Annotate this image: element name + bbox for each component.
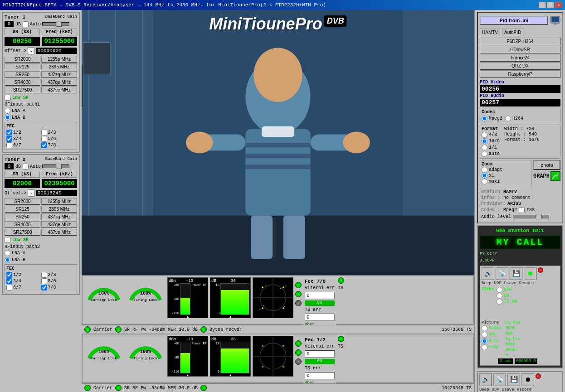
tuner2-fec-5-6-check[interactable] bbox=[41, 278, 47, 284]
tuner2-low-sr-check[interactable] bbox=[5, 237, 10, 243]
tuner1-fec-3-4-check[interactable] bbox=[6, 136, 12, 142]
zoom-maxi-radio[interactable] bbox=[482, 179, 487, 184]
format-width-row: Width : 720 bbox=[504, 126, 540, 131]
tuner2-preset-freq1255[interactable]: 1255p MHz bbox=[41, 198, 77, 205]
tuner1-gain-slider[interactable] bbox=[42, 22, 69, 26]
tuner2-preset-freq437qe[interactable]: 437qe MHz bbox=[41, 221, 77, 228]
record-btn-2[interactable]: ⏺ bbox=[521, 373, 534, 386]
title-bar-buttons[interactable]: _ □ ✕ bbox=[539, 2, 562, 8]
format-auto-row: auto bbox=[482, 151, 500, 157]
codec-mpeg2-radio[interactable] bbox=[482, 116, 487, 121]
maximize-btn[interactable]: □ bbox=[547, 2, 554, 8]
tuner1-preset-sr125[interactable]: SR125 bbox=[5, 63, 40, 70]
tuner1-fec-5-6-check[interactable] bbox=[41, 136, 47, 142]
format-16-9-radio[interactable] bbox=[482, 138, 487, 144]
pic-qsl-radio[interactable] bbox=[482, 332, 487, 338]
tuner2-preset-sr125[interactable]: SR125 bbox=[5, 206, 40, 213]
audio-slider[interactable] bbox=[513, 215, 549, 218]
tuner1-offset-minus[interactable]: - bbox=[28, 47, 35, 54]
tuner1-preset-sr2000[interactable]: SR2000 bbox=[5, 56, 40, 63]
tuner1-preset-freq437zq[interactable]: 437zq MHz bbox=[41, 71, 77, 78]
tuner1-auto-check[interactable] bbox=[23, 21, 29, 27]
format-auto-radio[interactable] bbox=[482, 151, 487, 157]
khz-tsok-radio[interactable] bbox=[497, 299, 502, 305]
tuner1-lna-b-radio[interactable] bbox=[5, 115, 10, 121]
tuner1-freq-value[interactable]: 01255000 bbox=[42, 37, 77, 46]
tuner2-fec-6-7-check[interactable] bbox=[6, 285, 12, 290]
tuner1-fec-1-2-check[interactable] bbox=[6, 130, 12, 136]
tuner1-fec-2-3-check[interactable] bbox=[41, 130, 47, 136]
minimize-btn[interactable]: _ bbox=[539, 2, 546, 8]
codec-h264-radio[interactable] bbox=[505, 116, 511, 121]
tuner2-freq-value[interactable]: 02395000 bbox=[42, 179, 77, 188]
tuner2-auto-check[interactable] bbox=[23, 164, 29, 169]
tuner2-fec-3-4-check[interactable] bbox=[6, 278, 12, 284]
pid-preset-f6dzp[interactable]: F6DZP-H264 bbox=[480, 38, 560, 45]
tuner2-offset-value[interactable]: 00916240 bbox=[36, 190, 77, 196]
tuner1-preset-sr250[interactable]: SR250 bbox=[5, 71, 40, 78]
tuner1-preset-sr4000[interactable]: SR4000 bbox=[5, 79, 40, 86]
tuner1-preset-freq437ve[interactable]: 437ve MHz bbox=[41, 87, 77, 93]
pid-from-btn[interactable]: Pid from .ini bbox=[480, 16, 548, 25]
pid-preset-hamtv[interactable]: HAMTV bbox=[480, 29, 500, 36]
pid-preset-france24[interactable]: France24 bbox=[480, 54, 560, 62]
close-btn[interactable]: ✕ bbox=[555, 2, 562, 8]
lg-msg-value: 0000 bbox=[506, 326, 520, 330]
tuner1-preset-freq1255[interactable]: 1255p MHz bbox=[41, 56, 77, 63]
tuner1-low-sr-check[interactable] bbox=[5, 95, 10, 101]
udp-btn-2[interactable]: 📡 bbox=[493, 373, 506, 386]
tuner1-fec-6-7-check[interactable] bbox=[6, 142, 12, 148]
tuner1-preset-sr27500[interactable]: SR27500 bbox=[5, 87, 40, 93]
record-btn[interactable]: ⏺ bbox=[524, 267, 536, 280]
tuner2-fec-2-3-check[interactable] bbox=[41, 272, 47, 278]
tuner2-preset-freq437zq[interactable]: 437zq MHz bbox=[41, 213, 77, 220]
tuner2-lna-b-radio[interactable] bbox=[5, 257, 10, 263]
pid-preset-qrzdx[interactable]: QRZ DX bbox=[480, 62, 560, 70]
tuner2-preset-freq437ve[interactable]: 437ve MHz bbox=[41, 229, 77, 236]
pic-stop-radio[interactable] bbox=[482, 344, 487, 350]
autopid-btn[interactable]: AutoPID bbox=[502, 29, 523, 36]
meters2-green-bar: 0% bbox=[305, 359, 335, 364]
beep-btn[interactable]: 🔊 bbox=[482, 267, 494, 280]
tuner2-preset-sr2000[interactable]: SR2000 bbox=[5, 198, 40, 205]
lg-msg-label: Lg Msg bbox=[506, 320, 520, 325]
tuner2-lna-a-radio[interactable] bbox=[5, 250, 10, 256]
tuner1-lna-a-radio[interactable] bbox=[5, 108, 10, 114]
tuner2-preset-freq2395[interactable]: 2395 MHz bbox=[41, 206, 77, 213]
tuner2-fec-1-2-check[interactable] bbox=[6, 272, 12, 278]
zoom-adapt-radio[interactable] bbox=[482, 167, 487, 173]
beep-btn-2[interactable]: 🔊 bbox=[479, 373, 492, 386]
khz-off-radio[interactable] bbox=[497, 287, 502, 293]
graph-icon[interactable] bbox=[550, 171, 560, 181]
khz-on-radio[interactable] bbox=[497, 293, 502, 299]
tuner1-offset-value[interactable]: 00000000 bbox=[36, 48, 77, 54]
tuner2-preset-sr250[interactable]: SR250 bbox=[5, 213, 40, 220]
tuner1-sr-value[interactable]: 00250 bbox=[5, 37, 40, 46]
format-4-3-radio[interactable] bbox=[482, 132, 487, 138]
pid-preset-hdlowsr[interactable]: HDlowSR bbox=[480, 46, 560, 53]
iss-check[interactable] bbox=[519, 207, 525, 213]
meters2-grey-dot bbox=[295, 358, 302, 365]
dsave-btn[interactable]: 💾 bbox=[510, 267, 522, 280]
station-val: HAMTV bbox=[503, 189, 517, 194]
udp-btn[interactable]: 📡 bbox=[496, 267, 508, 280]
photo-btn[interactable]: photo bbox=[533, 160, 560, 170]
tuner1-fec-7-8-check[interactable] bbox=[41, 142, 47, 148]
pic-auto-radio[interactable] bbox=[482, 338, 487, 344]
tuner2-offset-minus[interactable]: - bbox=[28, 189, 35, 197]
tuner2-preset-sr4000[interactable]: SR4000 bbox=[5, 221, 40, 228]
format-1-1-radio[interactable] bbox=[482, 145, 487, 150]
tuner1-preset-freq2395[interactable]: 2395 MHz bbox=[41, 63, 77, 70]
zoom-x1-radio[interactable] bbox=[482, 173, 487, 179]
picture-options: Picture Video QSL Auto Stop bbox=[482, 320, 501, 358]
tuner2-fec-7-8-check[interactable] bbox=[41, 285, 47, 290]
tuner2-preset-sr27500[interactable]: SR27500 bbox=[5, 229, 40, 236]
tuner1-preset-freq437qe[interactable]: 437qe MHz bbox=[41, 79, 77, 86]
codec2-lbl: Codec : bbox=[481, 208, 502, 213]
tuner1-fec-1-2: 1/2 bbox=[6, 130, 41, 136]
pid-preset-raspberryp[interactable]: RaspberryP bbox=[480, 70, 560, 78]
tuner2-gain-slider[interactable] bbox=[42, 165, 69, 168]
dsave-btn-2[interactable]: 💾 bbox=[507, 373, 520, 386]
pic-video-radio[interactable] bbox=[482, 325, 487, 331]
tuner2-sr-value[interactable]: 02000 bbox=[5, 179, 40, 188]
